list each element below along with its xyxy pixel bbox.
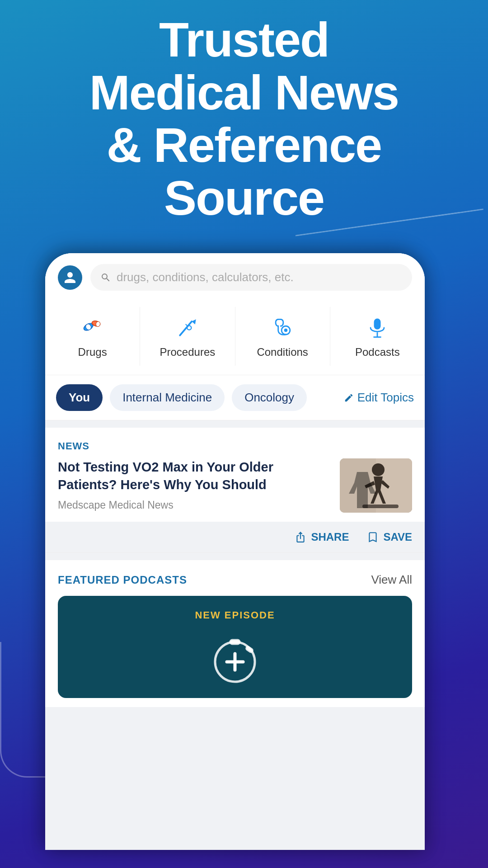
- hero-line2: Medical News: [89, 65, 399, 120]
- news-thumb-image: [340, 458, 412, 513]
- conditions-label: Conditions: [257, 346, 308, 359]
- edit-topics-label: Edit Topics: [357, 391, 414, 405]
- save-button[interactable]: SAVE: [367, 531, 412, 543]
- category-conditions[interactable]: Conditions: [235, 307, 330, 366]
- categories-row: Drugs Procedures: [45, 300, 425, 375]
- podcasts-label: Podcasts: [355, 346, 400, 359]
- share-icon: [295, 531, 306, 543]
- podcasts-header: FEATURED PODCASTS View All: [58, 573, 412, 587]
- news-section: NEWS Not Testing VO2 Max in Your Older P…: [45, 428, 425, 522]
- drugs-label: Drugs: [78, 346, 107, 359]
- hero-line1: Trusted: [159, 12, 329, 67]
- svg-rect-19: [230, 640, 239, 644]
- avatar-icon[interactable]: [58, 265, 82, 290]
- phone-mockup: drugs, conditions, calculators, etc.: [45, 253, 425, 850]
- drugs-icon: [77, 314, 108, 341]
- topic-tabs: You Internal Medicine Oncology Edit Topi…: [45, 375, 425, 420]
- podcasts-section: FEATURED PODCASTS View All NEW EPISODE: [45, 560, 425, 707]
- news-source: Medscape Medical News: [58, 499, 331, 511]
- tab-internal-medicine[interactable]: Internal Medicine: [110, 384, 225, 411]
- svg-rect-15: [362, 505, 399, 508]
- search-box[interactable]: drugs, conditions, calculators, etc.: [90, 264, 412, 291]
- share-button[interactable]: SHARE: [295, 531, 349, 543]
- search-placeholder: drugs, conditions, calculators, etc.: [117, 270, 294, 284]
- podcasts-icon: [361, 314, 393, 341]
- svg-rect-9: [374, 318, 381, 329]
- tab-you[interactable]: You: [56, 384, 103, 411]
- search-area: drugs, conditions, calculators, etc.: [45, 253, 425, 300]
- svg-rect-20: [246, 646, 253, 652]
- news-content: Not Testing VO2 Max in Your Older Patien…: [58, 458, 331, 511]
- svg-point-7: [284, 329, 287, 332]
- view-all-button[interactable]: View All: [371, 573, 412, 587]
- category-podcasts[interactable]: Podcasts: [330, 307, 425, 366]
- share-label: SHARE: [311, 531, 349, 543]
- procedures-icon: [172, 314, 203, 341]
- edit-topics-button[interactable]: Edit Topics: [344, 391, 414, 405]
- hero-line3: & Reference: [107, 118, 381, 172]
- podcast-clock-icon: [208, 630, 262, 684]
- save-label: SAVE: [383, 531, 412, 543]
- news-article[interactable]: Not Testing VO2 Max in Your Older Patien…: [58, 458, 412, 522]
- svg-line-4: [180, 321, 192, 335]
- category-procedures[interactable]: Procedures: [140, 307, 235, 366]
- news-section-label: NEWS: [58, 440, 412, 452]
- search-icon: [100, 272, 111, 283]
- category-drugs[interactable]: Drugs: [45, 307, 140, 366]
- svg-point-14: [372, 463, 385, 476]
- hero-text: Trusted Medical News & Reference Source: [0, 14, 488, 225]
- procedures-label: Procedures: [160, 346, 216, 359]
- tab-oncology[interactable]: Oncology: [232, 384, 307, 411]
- edit-icon: [344, 393, 354, 403]
- news-thumbnail: [340, 458, 412, 513]
- news-title: Not Testing VO2 Max in Your Older Patien…: [58, 458, 331, 494]
- podcast-card[interactable]: NEW EPISODE: [58, 596, 412, 698]
- new-episode-badge: NEW EPISODE: [195, 609, 275, 621]
- bookmark-icon: [367, 531, 379, 543]
- hero-line4: Source: [164, 170, 324, 225]
- user-icon: [63, 271, 77, 284]
- conditions-icon: [267, 314, 298, 341]
- news-actions: SHARE SAVE: [45, 522, 425, 553]
- podcasts-section-label: FEATURED PODCASTS: [58, 574, 187, 586]
